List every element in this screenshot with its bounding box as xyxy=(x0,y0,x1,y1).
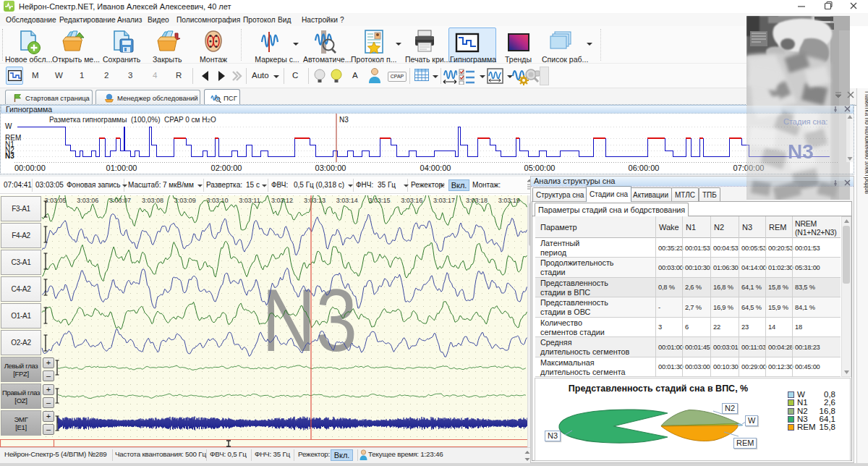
svg-text:3:03:05: 3:03:05 xyxy=(45,197,67,204)
svg-text:3:03:18: 3:03:18 xyxy=(466,197,488,204)
svg-text:3:03:19: 3:03:19 xyxy=(498,197,520,204)
svg-text:3:03:06: 3:03:06 xyxy=(77,197,98,204)
svg-text:3:03:17: 3:03:17 xyxy=(433,197,455,204)
svg-text:3:03:11: 3:03:11 xyxy=(239,197,260,204)
svg-text:N3: N3 xyxy=(788,140,814,163)
svg-text:Памятка по наложению электродо: Памятка по наложению электродов xyxy=(864,91,868,195)
svg-text:3:03:14: 3:03:14 xyxy=(336,197,358,204)
svg-text:3:03:13: 3:03:13 xyxy=(304,197,326,204)
svg-text:3:03:16: 3:03:16 xyxy=(401,197,422,204)
svg-text:3:03:10: 3:03:10 xyxy=(207,197,229,204)
svg-text:Стадия сна:: Стадия сна: xyxy=(783,117,827,126)
svg-text:3:03:08: 3:03:08 xyxy=(142,197,163,204)
